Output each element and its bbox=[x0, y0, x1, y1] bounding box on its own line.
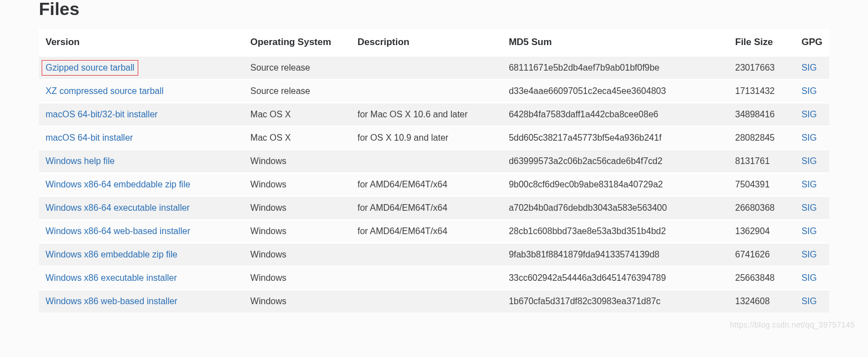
sig-link[interactable]: SIG bbox=[801, 203, 817, 212]
cell-version: XZ compressed source tarball bbox=[39, 80, 244, 103]
cell-md5: 33cc602942a54446a3d6451476394789 bbox=[502, 266, 729, 290]
sig-link[interactable]: SIG bbox=[801, 180, 817, 189]
cell-description bbox=[351, 80, 502, 103]
cell-version: Windows x86-64 executable installer bbox=[39, 196, 244, 220]
col-description: Description bbox=[351, 29, 502, 56]
table-row: Windows x86 web-based installerWindows1b… bbox=[39, 290, 829, 313]
table-row: macOS 64-bit/32-bit installerMac OS Xfor… bbox=[39, 103, 829, 126]
sig-link[interactable]: SIG bbox=[801, 156, 817, 166]
watermark-text: https://blog.csdn.net/qq_39757145 bbox=[730, 320, 855, 329]
sig-link[interactable]: SIG bbox=[801, 110, 817, 119]
cell-gpg: SIG bbox=[795, 126, 829, 150]
version-link[interactable]: Windows x86-64 embeddable zip file bbox=[46, 180, 190, 189]
sig-link[interactable]: SIG bbox=[801, 226, 817, 236]
table-row: Windows x86 executable installerWindows3… bbox=[39, 266, 829, 290]
cell-version: Windows x86 executable installer bbox=[39, 266, 244, 290]
cell-os: Windows bbox=[244, 196, 351, 220]
cell-md5: a702b4b0ad76debdb3043a583e563400 bbox=[502, 196, 729, 220]
cell-version: macOS 64-bit installer bbox=[39, 126, 244, 150]
cell-os: Windows bbox=[244, 173, 351, 196]
cell-description: for AMD64/EM64T/x64 bbox=[351, 196, 502, 220]
table-row: Windows x86-64 embeddable zip fileWindow… bbox=[39, 173, 829, 196]
version-link[interactable]: Windows x86 web-based installer bbox=[46, 296, 177, 306]
sig-link[interactable]: SIG bbox=[801, 273, 817, 282]
version-link[interactable]: macOS 64-bit installer bbox=[46, 133, 133, 142]
cell-gpg: SIG bbox=[795, 220, 829, 243]
cell-md5: 68111671e5b2db4aef7b9ab01bf0f9be bbox=[502, 56, 729, 80]
cell-version: Windows x86 web-based installer bbox=[39, 290, 244, 313]
sig-link[interactable]: SIG bbox=[801, 296, 817, 306]
version-link[interactable]: Windows x86-64 executable installer bbox=[46, 203, 190, 212]
table-row: Windows x86 embeddable zip fileWindows9f… bbox=[39, 243, 829, 266]
cell-version: Windows x86 embeddable zip file bbox=[39, 243, 244, 266]
table-row: macOS 64-bit installerMac OS Xfor OS X 1… bbox=[39, 126, 829, 150]
cell-description bbox=[351, 266, 502, 290]
table-header-row: Version Operating System Description MD5… bbox=[39, 29, 829, 56]
cell-gpg: SIG bbox=[795, 173, 829, 196]
cell-os: Source release bbox=[244, 56, 351, 80]
cell-filesize: 25663848 bbox=[729, 266, 795, 290]
cell-md5: 9fab3b81f8841879fda94133574139d8 bbox=[502, 243, 729, 266]
cell-description bbox=[351, 56, 502, 80]
version-link[interactable]: Windows help file bbox=[46, 156, 115, 166]
cell-md5: 9b00c8cf6d9ec0b9abe83184a40729a2 bbox=[502, 173, 729, 196]
cell-os: Windows bbox=[244, 266, 351, 290]
table-row: Gzipped source tarballSource release6811… bbox=[39, 56, 829, 80]
version-link[interactable]: Gzipped source tarball bbox=[46, 63, 134, 72]
files-table: Version Operating System Description MD5… bbox=[39, 29, 829, 313]
cell-os: Windows bbox=[244, 150, 351, 173]
version-link[interactable]: Windows x86 executable installer bbox=[46, 273, 177, 282]
cell-description: for Mac OS X 10.6 and later bbox=[351, 103, 502, 126]
cell-filesize: 17131432 bbox=[729, 80, 795, 103]
version-link[interactable]: macOS 64-bit/32-bit installer bbox=[46, 110, 158, 119]
cell-description bbox=[351, 150, 502, 173]
cell-gpg: SIG bbox=[795, 290, 829, 313]
cell-description: for AMD64/EM64T/x64 bbox=[351, 173, 502, 196]
cell-md5: 1b670cfa5d317df82c30983ea371d87c bbox=[502, 290, 729, 313]
version-link[interactable]: Windows x86 embeddable zip file bbox=[46, 250, 177, 259]
version-link[interactable]: Windows x86-64 web-based installer bbox=[46, 226, 190, 236]
cell-md5: 5dd605c38217a45773bf5e4a936b241f bbox=[502, 126, 729, 150]
version-link[interactable]: XZ compressed source tarball bbox=[46, 86, 164, 96]
cell-filesize: 34898416 bbox=[729, 103, 795, 126]
cell-version: macOS 64-bit/32-bit installer bbox=[39, 103, 244, 126]
cell-os: Mac OS X bbox=[244, 126, 351, 150]
cell-filesize: 23017663 bbox=[729, 56, 795, 80]
cell-os: Windows bbox=[244, 243, 351, 266]
cell-gpg: SIG bbox=[795, 266, 829, 290]
cell-description bbox=[351, 243, 502, 266]
col-gpg: GPG bbox=[795, 29, 829, 56]
table-row: Windows x86-64 executable installerWindo… bbox=[39, 196, 829, 220]
table-row: XZ compressed source tarballSource relea… bbox=[39, 80, 829, 103]
cell-filesize: 1324608 bbox=[729, 290, 795, 313]
cell-description bbox=[351, 290, 502, 313]
cell-md5: 6428b4fa7583daff1a442cba8cee08e6 bbox=[502, 103, 729, 126]
cell-md5: d63999573a2c06b2ac56cade6b4f7cd2 bbox=[502, 150, 729, 173]
page-title: Files bbox=[39, 0, 829, 18]
cell-filesize: 7504391 bbox=[729, 173, 795, 196]
col-md5: MD5 Sum bbox=[502, 29, 729, 56]
cell-gpg: SIG bbox=[795, 56, 829, 80]
cell-filesize: 8131761 bbox=[729, 150, 795, 173]
sig-link[interactable]: SIG bbox=[801, 250, 817, 259]
cell-filesize: 1362904 bbox=[729, 220, 795, 243]
cell-os: Mac OS X bbox=[244, 103, 351, 126]
cell-os: Source release bbox=[244, 80, 351, 103]
sig-link[interactable]: SIG bbox=[801, 63, 817, 72]
cell-gpg: SIG bbox=[795, 150, 829, 173]
cell-os: Windows bbox=[244, 220, 351, 243]
sig-link[interactable]: SIG bbox=[801, 86, 817, 96]
cell-filesize: 6741626 bbox=[729, 243, 795, 266]
col-filesize: File Size bbox=[729, 29, 795, 56]
cell-version: Windows help file bbox=[39, 150, 244, 173]
cell-gpg: SIG bbox=[795, 196, 829, 220]
cell-md5: d33e4aae66097051c2eca45ee3604803 bbox=[502, 80, 729, 103]
cell-os: Windows bbox=[244, 290, 351, 313]
cell-gpg: SIG bbox=[795, 80, 829, 103]
cell-description: for AMD64/EM64T/x64 bbox=[351, 220, 502, 243]
cell-version: Gzipped source tarball bbox=[39, 56, 244, 80]
highlight-box: Gzipped source tarball bbox=[42, 60, 138, 76]
table-row: Windows x86-64 web-based installerWindow… bbox=[39, 220, 829, 243]
cell-filesize: 28082845 bbox=[729, 126, 795, 150]
sig-link[interactable]: SIG bbox=[801, 133, 817, 142]
